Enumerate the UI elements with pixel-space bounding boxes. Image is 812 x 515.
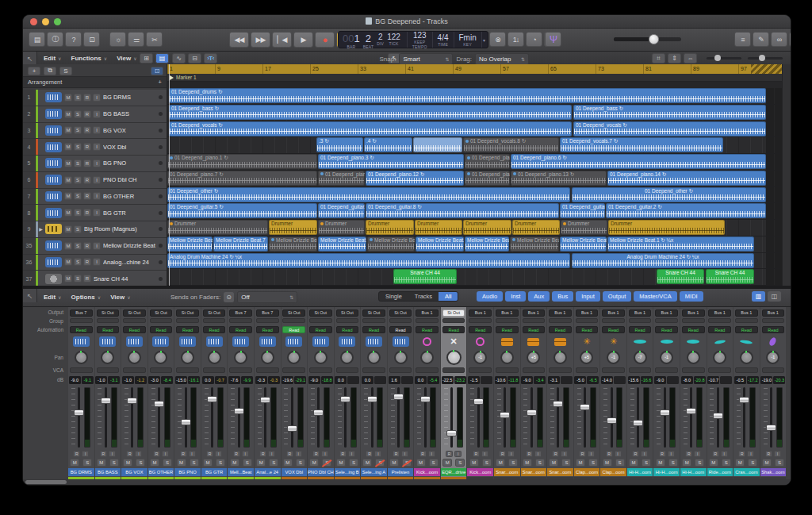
channel-name[interactable]: Ride...oom — [707, 468, 733, 476]
solo-button[interactable]: S — [775, 459, 784, 467]
output-selector[interactable]: St Out — [282, 309, 305, 317]
record-enable-button[interactable]: R — [126, 451, 133, 457]
m-button[interactable]: M — [64, 192, 72, 200]
automation-mode-selector[interactable]: Read — [176, 326, 199, 333]
track-header[interactable]: 4 MSRI VOX Dbl — [23, 139, 167, 156]
region[interactable]: Mellow Drizzle Beat.4 — [465, 236, 509, 252]
s-button[interactable]: S — [74, 94, 82, 102]
solo-button[interactable]: S — [508, 459, 518, 467]
automation-mode-selector[interactable]: Read — [576, 326, 599, 333]
vca-slot[interactable] — [549, 367, 572, 373]
region-edit-icon[interactable]: ⊟ — [188, 53, 201, 63]
vertical-scrollbar[interactable] — [782, 64, 791, 286]
volume-value[interactable]: -10.6 — [495, 376, 507, 384]
menu-view[interactable]: View∨ — [112, 52, 142, 65]
i-button[interactable]: I — [93, 242, 101, 250]
vca-slot[interactable] — [708, 367, 731, 373]
mute-button[interactable]: M — [416, 459, 426, 467]
region[interactable]: 01 Deepend_vocals.8 ↻ — [463, 137, 559, 152]
record-enable-button[interactable]: R — [659, 451, 666, 457]
mute-button[interactable]: M — [735, 459, 745, 467]
region[interactable]: 01 Deepend_piano — [465, 154, 510, 169]
mute-button[interactable]: M — [629, 459, 638, 467]
bar-ruler[interactable]: 191725334149576573818997 — [167, 64, 782, 74]
vca-slot[interactable] — [70, 367, 93, 373]
region[interactable]: Drummer — [366, 220, 414, 235]
solo-button[interactable]: S — [296, 459, 305, 467]
record-enable-button[interactable]: R — [286, 451, 293, 457]
i-button[interactable]: I — [93, 143, 101, 151]
region[interactable]: Analog Drum Machine 24 ↻ ¼x — [572, 253, 754, 268]
region[interactable]: Mellow Drizzle Bea — [269, 236, 317, 252]
record-enable-button[interactable]: R — [685, 451, 692, 457]
volume-value[interactable]: -0.5 — [734, 376, 746, 384]
fader-cap[interactable] — [607, 417, 617, 424]
record-enable-button[interactable]: R — [312, 451, 320, 457]
smart-controls-icon[interactable]: ☼ — [109, 32, 126, 47]
solo-button[interactable]: S — [482, 459, 492, 467]
vca-slot[interactable] — [762, 367, 785, 373]
region[interactable]: 01 Deepend_drums ↻ — [169, 88, 766, 103]
s-button[interactable]: S — [74, 209, 82, 217]
channel-name[interactable]: BG OTHER — [148, 468, 174, 476]
output-selector[interactable]: Bus 1 — [735, 309, 758, 317]
output-selector[interactable]: St Out — [123, 309, 146, 317]
play-button[interactable]: ▶ — [293, 32, 313, 48]
m-button[interactable]: M — [64, 110, 72, 118]
input-monitor-button[interactable]: I — [374, 451, 381, 457]
channel-name[interactable]: Sele...ing B — [335, 468, 361, 476]
solo-button[interactable]: S — [269, 459, 278, 467]
solo-button[interactable]: S — [375, 459, 385, 467]
automation-mode-selector[interactable]: Read — [549, 326, 572, 333]
channel-name[interactable]: Hi-H...oom — [680, 468, 707, 476]
pan-knob[interactable] — [314, 351, 327, 364]
channel-name[interactable]: Cras...oom — [733, 468, 760, 476]
record-enable-button[interactable]: R — [473, 451, 480, 457]
group-slot[interactable] — [282, 318, 305, 323]
automation-mode-selector[interactable]: Read — [602, 326, 625, 333]
output-selector[interactable]: Bus 1 — [708, 309, 731, 317]
group-slot[interactable] — [708, 318, 731, 323]
media-browser-icon[interactable]: ▦ — [789, 32, 791, 47]
fader-cap[interactable] — [234, 408, 244, 414]
region[interactable]: Analog Drum Machine 24 ↻ ¼x — [167, 253, 570, 268]
channel-strip[interactable]: St Out Read -1.0 -3.1 R I M S BG BASS — [95, 307, 121, 480]
s-button[interactable]: S — [74, 192, 82, 200]
region[interactable]: Drummer — [512, 220, 560, 235]
region[interactable]: Drummer — [561, 220, 607, 235]
lcd-tempo[interactable]: 123KEEPTEMPO — [408, 32, 433, 48]
i-button[interactable]: I — [93, 126, 101, 134]
channel-name[interactable]: Snar...oom — [547, 468, 573, 476]
automation-mode-selector[interactable]: Read — [229, 326, 252, 333]
solo-button[interactable]: S — [695, 459, 704, 467]
solo-button[interactable]: S — [722, 459, 731, 467]
volume-value[interactable]: -9.0 — [308, 376, 320, 384]
pan-knob[interactable] — [500, 351, 514, 364]
fader-cap[interactable] — [473, 398, 484, 405]
record-enable-button[interactable]: R — [712, 451, 719, 457]
channel-name[interactable]: BG DRMS — [68, 468, 94, 476]
volume-value[interactable]: -22.5 — [442, 376, 454, 384]
input-monitor-button[interactable]: I — [348, 451, 355, 457]
channel-strip[interactable]: St Out Read ✕ -22.5 -23.2 R I M S EQR...… — [441, 307, 467, 480]
zoom-button[interactable] — [54, 18, 61, 25]
pan-knob[interactable] — [553, 351, 567, 364]
region[interactable]: Drummer — [167, 220, 268, 235]
channel-strip[interactable]: St Out Read -19.6 -29.1 R I M S VOX Dbl — [282, 307, 308, 480]
channel-strip[interactable]: Bus 1 Read -7 -15.6 -16.6 R I M S Hi-H..… — [627, 307, 653, 480]
track-header[interactable]: 37 MSR Snare CH 44 — [23, 271, 167, 287]
pan-knob[interactable] — [208, 351, 221, 364]
region[interactable]: 01 Deepend_guitar.8 ↻ — [366, 203, 559, 218]
channel-name[interactable]: Anal...e 24 — [255, 468, 281, 476]
fader-cap[interactable] — [154, 401, 164, 407]
channel-name[interactable]: BG VOX — [121, 468, 147, 476]
drag-dropdown[interactable]: No Overlap⇅ — [475, 53, 529, 65]
pan-knob[interactable] — [740, 351, 753, 364]
track-header[interactable]: 35 MSRI Mellow Drizzle Beat — [23, 238, 167, 255]
horizontal-scrollbar[interactable] — [23, 479, 791, 485]
mute-button[interactable]: M — [549, 459, 558, 467]
i-button[interactable]: I — [93, 110, 101, 118]
region[interactable]: 01 Deepend_vocals ↻ — [169, 121, 572, 136]
m-button[interactable]: M — [64, 258, 72, 266]
pan-knob[interactable] — [287, 351, 301, 364]
